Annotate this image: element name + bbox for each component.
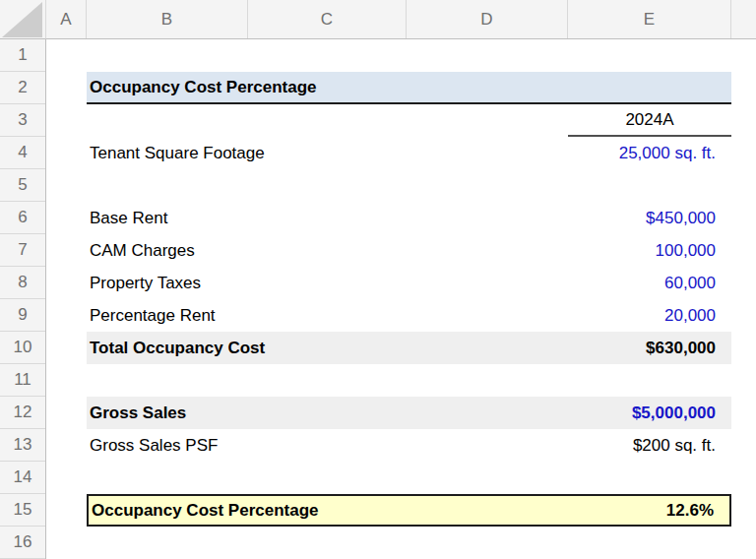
row-header-10[interactable]: 10 [0, 332, 45, 364]
cell-gross-sales-label[interactable]: Gross Sales [87, 397, 568, 429]
cell-occupancy-cost-percentage-value[interactable]: 12.6% [566, 496, 729, 528]
cell-tenant-square-footage-value[interactable]: 25,000 sq. ft. [568, 137, 731, 169]
select-all-triangle-icon [2, 2, 42, 37]
cell-gross-sales-psf-label[interactable]: Gross Sales PSF [87, 429, 441, 462]
row-header-7[interactable]: 7 [0, 234, 45, 267]
title-band: Occupancy Cost Percentage [87, 72, 731, 104]
occupancy-cost-percentage-band: Occupancy Cost Percentage 12.6% [87, 494, 731, 527]
row-header-9[interactable]: 9 [0, 299, 45, 332]
row-header-8[interactable]: 8 [0, 267, 45, 299]
row-header-2[interactable]: 2 [0, 72, 45, 104]
cell-gross-sales-value[interactable]: $5,000,000 [568, 397, 731, 429]
cell-period-header[interactable]: 2024A [568, 104, 731, 137]
column-header-a[interactable]: A [46, 0, 87, 38]
cell-percentage-rent-label[interactable]: Percentage Rent [87, 299, 441, 332]
cell-total-occupancy-cost-value[interactable]: $630,000 [568, 332, 731, 364]
column-header-d[interactable]: D [407, 0, 568, 38]
cell-percentage-rent-value[interactable]: 20,000 [568, 299, 731, 332]
total-occupancy-cost-band: Total Occupancy Cost $630,000 [87, 332, 731, 364]
row-header-13[interactable]: 13 [0, 429, 45, 462]
cell-property-taxes-label[interactable]: Property Taxes [87, 267, 441, 299]
cell-total-occupancy-cost-label[interactable]: Total Occupancy Cost [87, 332, 568, 364]
row-header-16[interactable]: 16 [0, 527, 45, 559]
cell-gross-sales-psf-value[interactable]: $200 sq. ft. [568, 429, 731, 462]
cell-property-taxes-value[interactable]: 60,000 [568, 267, 731, 299]
row-header-5[interactable]: 5 [0, 169, 45, 202]
column-header-c[interactable]: C [248, 0, 407, 38]
gross-sales-band: Gross Sales $5,000,000 [87, 397, 731, 429]
cell-tenant-square-footage-label[interactable]: Tenant Square Footage [87, 137, 441, 169]
column-header-e[interactable]: E [568, 0, 731, 38]
column-header-f-stub[interactable] [731, 0, 756, 38]
cell-occupancy-cost-percentage-label[interactable]: Occupancy Cost Percentage [89, 496, 566, 528]
column-headers: A B C D E [46, 0, 756, 39]
row-header-3[interactable]: 3 [0, 104, 45, 137]
cell-cam-charges-value[interactable]: 100,000 [568, 234, 731, 267]
row-headers: 1 2 3 4 5 6 7 8 9 10 11 12 13 14 15 16 [0, 39, 46, 559]
column-header-b[interactable]: B [87, 0, 248, 38]
sheet-body: Occupancy Cost Percentage 2024A Tenant S… [46, 39, 756, 559]
cell-base-rent-value[interactable]: $450,000 [568, 202, 731, 234]
cell-title[interactable]: Occupancy Cost Percentage [87, 72, 731, 104]
select-all-corner[interactable] [0, 0, 46, 39]
spreadsheet: A B C D E 1 2 3 4 5 6 7 8 9 10 11 12 13 … [0, 0, 756, 559]
cell-base-rent-label[interactable]: Base Rent [87, 202, 441, 234]
row-header-4[interactable]: 4 [0, 137, 45, 169]
row-header-14[interactable]: 14 [0, 462, 45, 494]
row-header-6[interactable]: 6 [0, 202, 45, 234]
row-header-15[interactable]: 15 [0, 494, 45, 527]
row-header-11[interactable]: 11 [0, 364, 45, 397]
row-header-1[interactable]: 1 [0, 39, 45, 72]
row-header-12[interactable]: 12 [0, 397, 45, 429]
cell-cam-charges-label[interactable]: CAM Charges [87, 234, 441, 267]
